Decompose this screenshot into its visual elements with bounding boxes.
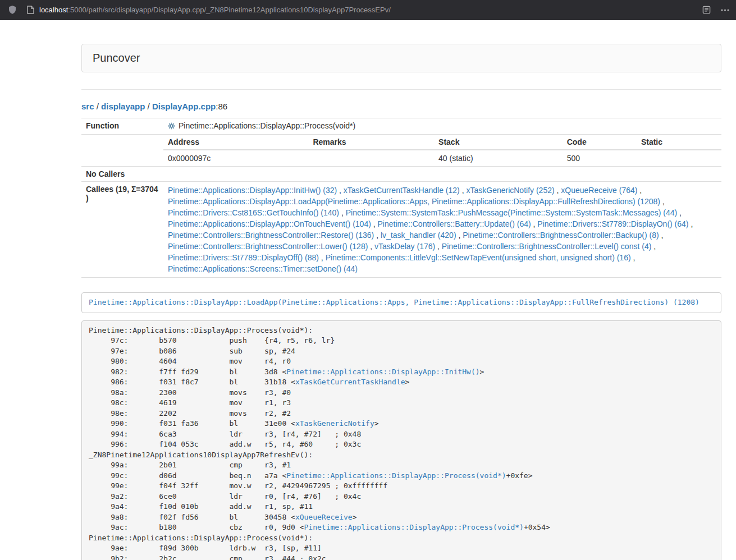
callee-separator: , bbox=[374, 231, 381, 240]
breadcrumb-line-number: :86 bbox=[216, 102, 227, 111]
disassembly-symbol-link[interactable]: Pinetime::Applications::DisplayApp::Init… bbox=[286, 368, 479, 376]
function-row-label: Function bbox=[81, 118, 163, 135]
url-host: localhost bbox=[39, 6, 68, 14]
page-title: Puncover bbox=[93, 52, 140, 64]
no-callers-cell bbox=[163, 167, 721, 182]
cell-remarks bbox=[308, 150, 434, 166]
callee-separator: , bbox=[677, 208, 682, 217]
callee-link[interactable]: Pinetime::System::SystemTask::PushMessag… bbox=[346, 208, 678, 217]
no-callers-row: No Callers bbox=[81, 167, 721, 182]
function-name: Pinetime::Applications::DisplayApp::Proc… bbox=[179, 121, 355, 130]
callee-link[interactable]: Pinetime::Controllers::BrightnessControl… bbox=[168, 242, 368, 251]
no-callers-label: No Callers bbox=[81, 167, 163, 182]
callee-link[interactable]: xQueueReceive (764) bbox=[561, 186, 637, 195]
callee-link[interactable]: Pinetime::Applications::DisplayApp::OnTo… bbox=[168, 219, 371, 228]
callees-label: Callees (19, Σ=3704 ) bbox=[81, 182, 163, 278]
callee-link[interactable]: vTaskDelay (176) bbox=[374, 242, 435, 251]
stats-header-row: Address Remarks Stack Code Static bbox=[163, 135, 721, 150]
cog-icon bbox=[168, 122, 175, 131]
callee-separator: , bbox=[651, 242, 656, 251]
callee-separator: , bbox=[631, 253, 636, 262]
cell-static bbox=[637, 150, 721, 166]
related-symbol-panel: Pinetime::Applications::DisplayApp::Load… bbox=[81, 292, 721, 313]
url-bar[interactable]: localhost:5000/path/src/displayapp/Displ… bbox=[39, 6, 692, 14]
content-container: Puncover src / displayapp / DisplayApp.c… bbox=[81, 44, 721, 560]
disassembly-code: Pinetime::Applications::DisplayApp::Proc… bbox=[81, 320, 721, 560]
function-name-cell: Pinetime::Applications::DisplayApp::Proc… bbox=[163, 118, 721, 135]
callee-separator: , bbox=[371, 219, 378, 228]
callee-separator: , bbox=[531, 219, 538, 228]
callee-link[interactable]: xTaskGetCurrentTaskHandle (12) bbox=[344, 186, 460, 195]
breadcrumb-link[interactable]: displayapp bbox=[101, 102, 145, 111]
disassembly-symbol-link[interactable]: Pinetime::Applications::DisplayApp::Proc… bbox=[304, 523, 524, 531]
overflow-menu-icon[interactable] bbox=[721, 9, 729, 11]
callee-link[interactable]: Pinetime::Applications::DisplayApp::Init… bbox=[168, 186, 337, 195]
column-header-address: Address bbox=[163, 135, 308, 150]
callee-separator: , bbox=[659, 231, 664, 240]
callee-separator: , bbox=[368, 242, 374, 251]
callee-separator: , bbox=[660, 197, 665, 206]
callees-list: Pinetime::Applications::DisplayApp::Init… bbox=[168, 185, 717, 274]
callee-separator: , bbox=[637, 186, 642, 195]
callee-link[interactable]: xTaskGenericNotify (252) bbox=[466, 186, 554, 195]
column-header-static: Static bbox=[637, 135, 721, 150]
breadcrumb-link[interactable]: src bbox=[81, 102, 94, 111]
stats-data-row: 0x0000097c 40 (static) 500 bbox=[163, 150, 721, 166]
callee-link[interactable]: lv_task_handler (420) bbox=[381, 231, 456, 240]
disassembly-symbol-link[interactable]: xTaskGenericNotify bbox=[295, 419, 374, 428]
breadcrumb: src / displayapp / DisplayApp.cpp:86 bbox=[81, 102, 721, 111]
callees-cell: Pinetime::Applications::DisplayApp::Init… bbox=[163, 182, 721, 278]
disassembly-symbol-link[interactable]: xQueueReceive bbox=[295, 513, 353, 521]
callee-link[interactable]: Pinetime::Controllers::BrightnessControl… bbox=[463, 231, 659, 240]
stats-table: Address Remarks Stack Code Static 0x0000… bbox=[163, 135, 721, 166]
callee-separator: , bbox=[555, 186, 561, 195]
column-header-stack: Stack bbox=[434, 135, 563, 150]
breadcrumb-items: src / displayapp / DisplayApp.cpp bbox=[81, 102, 216, 111]
stats-table-cell: Address Remarks Stack Code Static 0x0000… bbox=[163, 135, 721, 167]
page-icon[interactable] bbox=[27, 6, 34, 14]
cell-code: 500 bbox=[563, 150, 637, 166]
callees-row: Callees (19, Σ=3704 ) Pinetime::Applicat… bbox=[81, 182, 721, 278]
callee-separator: , bbox=[460, 186, 467, 195]
disassembly-symbol-link[interactable]: Pinetime::Applications::DisplayApp::Proc… bbox=[286, 471, 506, 480]
url-path: :5000/path/src/displayapp/DisplayApp.cpp… bbox=[68, 6, 391, 14]
browser-topbar: localhost:5000/path/src/displayapp/Displ… bbox=[0, 0, 736, 20]
callee-link[interactable]: Pinetime::Drivers::St7789::DisplayOff() … bbox=[168, 253, 319, 262]
reader-view-icon[interactable] bbox=[702, 6, 711, 14]
breadcrumb-separator: / bbox=[145, 102, 152, 111]
callee-separator: , bbox=[339, 208, 346, 217]
cell-stack: 40 (static) bbox=[434, 150, 563, 166]
column-header-code: Code bbox=[563, 135, 637, 150]
empty-cell bbox=[81, 135, 163, 167]
breadcrumb-link[interactable]: DisplayApp.cpp bbox=[152, 102, 216, 111]
callee-link[interactable]: Pinetime::Controllers::BrightnessControl… bbox=[442, 242, 651, 251]
shield-icon[interactable] bbox=[8, 5, 17, 15]
callee-separator: , bbox=[689, 219, 693, 228]
callee-link[interactable]: Pinetime::Applications::DisplayApp::Load… bbox=[168, 197, 660, 206]
callee-link[interactable]: Pinetime::Controllers::BrightnessControl… bbox=[168, 231, 374, 240]
symbol-table: Function Pinetime::Applications::Display… bbox=[81, 118, 721, 278]
callee-separator: , bbox=[337, 186, 344, 195]
callee-separator: , bbox=[435, 242, 442, 251]
callee-separator: , bbox=[319, 253, 326, 262]
app-header-panel: Puncover bbox=[81, 44, 721, 72]
callee-link[interactable]: Pinetime::Components::LittleVgl::SetNewT… bbox=[326, 253, 631, 262]
disassembly-symbol-link[interactable]: xTaskGetCurrentTaskHandle bbox=[295, 378, 405, 386]
callee-link[interactable]: Pinetime::Controllers::Battery::Update()… bbox=[378, 219, 531, 228]
function-row: Function Pinetime::Applications::Display… bbox=[81, 118, 721, 135]
callee-link[interactable]: Pinetime::Applications::Screens::Timer::… bbox=[168, 264, 358, 273]
column-header-remarks: Remarks bbox=[308, 135, 434, 150]
related-symbol-link[interactable]: Pinetime::Applications::DisplayApp::Load… bbox=[89, 298, 700, 306]
cell-address: 0x0000097c bbox=[163, 150, 308, 166]
callee-link[interactable]: Pinetime::Drivers::Cst816S::GetTouchInfo… bbox=[168, 208, 339, 217]
callee-separator: , bbox=[456, 231, 463, 240]
divider bbox=[81, 89, 721, 90]
stats-row-wrapper: Address Remarks Stack Code Static 0x0000… bbox=[81, 135, 721, 167]
breadcrumb-separator: / bbox=[94, 102, 102, 111]
callee-link[interactable]: Pinetime::Drivers::St7789::DisplayOn() (… bbox=[537, 219, 688, 228]
